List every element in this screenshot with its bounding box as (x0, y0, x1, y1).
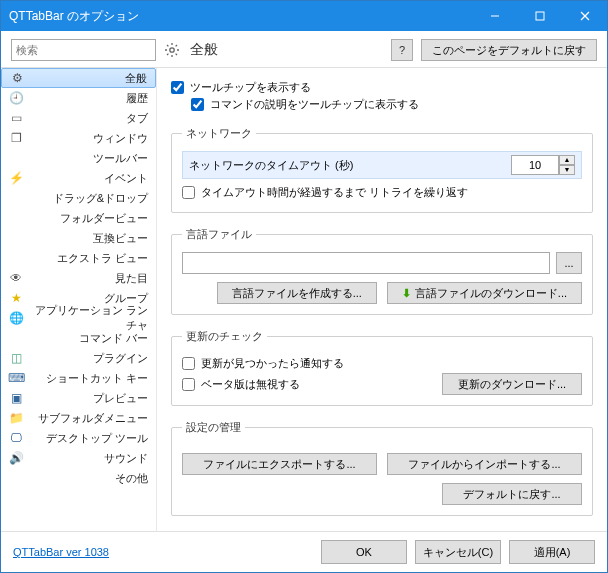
sidebar-item-shortcuts[interactable]: ⌨ショートカット キー (1, 368, 156, 388)
sidebar-item-history[interactable]: 🕘履歴 (1, 88, 156, 108)
langfile-group: 言語ファイル ... 言語ファイルを作成する... ⬇言語ファイルのダウンロード… (171, 227, 593, 315)
apply-button[interactable]: 適用(A) (509, 540, 595, 564)
sidebar-item-preview[interactable]: ▣プレビュー (1, 388, 156, 408)
chk-tooltip-desc-row: コマンドの説明をツールチップに表示する (191, 97, 593, 112)
header-row: 全般 ? このページをデフォルトに戻す (1, 31, 607, 68)
langfile-download-button[interactable]: ⬇言語ファイルのダウンロード... (387, 282, 582, 304)
svg-line-9 (167, 45, 168, 46)
chk-notify-row: 更新が見つかったら通知する (182, 356, 582, 371)
body: ⚙全般 🕘履歴 ▭タブ ❐ウィンドウ ツールバー ⚡イベント ドラッグ&ドロップ… (1, 68, 607, 531)
globe-icon: 🌐 (5, 311, 27, 325)
svg-line-11 (167, 54, 168, 55)
clock-icon: 🕘 (5, 91, 27, 105)
svg-line-12 (176, 45, 177, 46)
version-link[interactable]: QTTabBar ver 1038 (13, 546, 313, 558)
footer: QTTabBar ver 1038 OK キャンセル(C) 適用(A) (1, 531, 607, 572)
content-panel: ツールチップを表示する コマンドの説明をツールチップに表示する ネットワーク ネ… (157, 68, 607, 531)
chk-tooltip-desc-label: コマンドの説明をツールチップに表示する (210, 97, 419, 112)
chk-show-tooltips-label: ツールチップを表示する (190, 80, 311, 95)
sidebar-item-plugins[interactable]: ◫プラグイン (1, 348, 156, 368)
keyboard-icon: ⌨ (5, 371, 27, 385)
sidebar: ⚙全般 🕘履歴 ▭タブ ❐ウィンドウ ツールバー ⚡イベント ドラッグ&ドロップ… (1, 68, 157, 531)
settings-reset-button[interactable]: デフォルトに戻す... (442, 483, 582, 505)
settings-group: 設定の管理 ファイルにエクスポートする... ファイルからインポートする... … (171, 420, 593, 516)
settings-legend: 設定の管理 (182, 420, 245, 435)
chk-notify-updates[interactable] (182, 357, 195, 370)
sidebar-item-tab[interactable]: ▭タブ (1, 108, 156, 128)
window-title: QTTabBar のオプション (9, 8, 472, 25)
updates-group: 更新のチェック 更新が見つかったら通知する ベータ版は無視する 更新のダウンロー… (171, 329, 593, 406)
timeout-spinner: ▲ ▼ (511, 155, 575, 175)
updates-legend: 更新のチェック (182, 329, 267, 344)
settings-export-button[interactable]: ファイルにエクスポートする... (182, 453, 377, 475)
sidebar-item-compatview[interactable]: 互換ビュー (1, 228, 156, 248)
langfile-browse-button[interactable]: ... (556, 252, 582, 274)
help-button[interactable]: ? (391, 39, 413, 61)
folder-icon: 📁 (5, 411, 27, 425)
svg-point-4 (170, 48, 174, 52)
updates-download-button[interactable]: 更新のダウンロード... (442, 373, 582, 395)
cancel-button[interactable]: キャンセル(C) (415, 540, 501, 564)
sidebar-item-toolbar[interactable]: ツールバー (1, 148, 156, 168)
minimize-button[interactable] (472, 1, 517, 31)
spin-up-button[interactable]: ▲ (559, 155, 575, 165)
sidebar-item-events[interactable]: ⚡イベント (1, 168, 156, 188)
star-icon: ★ (5, 291, 27, 305)
window-icon: ❐ (5, 131, 27, 145)
tab-icon: ▭ (5, 111, 27, 125)
langfile-create-button[interactable]: 言語ファイルを作成する... (217, 282, 377, 304)
sidebar-item-desktop[interactable]: 🖵デスクトップ ツール (1, 428, 156, 448)
chk-show-tooltips-row: ツールチップを表示する (171, 80, 593, 95)
timeout-label: ネットワークのタイムアウト (秒) (189, 158, 511, 173)
page-title: 全般 (190, 41, 383, 59)
network-legend: ネットワーク (182, 126, 256, 141)
chk-retry-label: タイムアウト時間が経過するまで リトライを繰り返す (201, 185, 468, 200)
preview-icon: ▣ (5, 391, 27, 405)
langfile-legend: 言語ファイル (182, 227, 256, 242)
network-group: ネットワーク ネットワークのタイムアウト (秒) ▲ ▼ タイムアウト時間が経過… (171, 126, 593, 213)
gear-icon (164, 42, 182, 58)
sidebar-item-general[interactable]: ⚙全般 (1, 68, 156, 88)
sidebar-item-subfolder[interactable]: 📁サブフォルダメニュー (1, 408, 156, 428)
bolt-icon: ⚡ (5, 171, 27, 185)
gear-icon: ⚙ (6, 71, 28, 85)
sidebar-item-window[interactable]: ❐ウィンドウ (1, 128, 156, 148)
maximize-button[interactable] (517, 1, 562, 31)
reset-page-button[interactable]: このページをデフォルトに戻す (421, 39, 597, 61)
chk-retry[interactable] (182, 186, 195, 199)
sidebar-item-appearance[interactable]: 👁見た目 (1, 268, 156, 288)
monitor-icon: 🖵 (5, 431, 27, 445)
sidebar-item-folderview[interactable]: フォルダービュー (1, 208, 156, 228)
search-input[interactable] (11, 39, 156, 61)
sidebar-item-sound[interactable]: 🔊サウンド (1, 448, 156, 468)
timeout-input[interactable] (511, 155, 559, 175)
chk-ignore-beta-label: ベータ版は無視する (201, 377, 300, 392)
chk-ignore-beta-row: ベータ版は無視する (182, 377, 442, 392)
close-button[interactable] (562, 1, 607, 31)
langfile-input[interactable] (182, 252, 550, 274)
chk-notify-label: 更新が見つかったら通知する (201, 356, 344, 371)
sidebar-item-launcher[interactable]: 🌐アプリケーション ランチャ (1, 308, 156, 328)
chk-show-tooltips[interactable] (171, 81, 184, 94)
svg-rect-1 (536, 12, 544, 20)
chk-tooltip-desc[interactable] (191, 98, 204, 111)
sidebar-item-extraview[interactable]: エクストラ ビュー (1, 248, 156, 268)
chk-retry-row: タイムアウト時間が経過するまで リトライを繰り返す (182, 185, 582, 200)
sidebar-item-commandbar[interactable]: コマンド バー (1, 328, 156, 348)
spin-down-button[interactable]: ▼ (559, 165, 575, 175)
chk-ignore-beta[interactable] (182, 378, 195, 391)
timeout-row: ネットワークのタイムアウト (秒) ▲ ▼ (182, 151, 582, 179)
sidebar-item-dragdrop[interactable]: ドラッグ&ドロップ (1, 188, 156, 208)
ok-button[interactable]: OK (321, 540, 407, 564)
sound-icon: 🔊 (5, 451, 27, 465)
plugin-icon: ◫ (5, 351, 27, 365)
svg-line-10 (176, 54, 177, 55)
options-window: QTTabBar のオプション 全般 ? このページをデフォルトに戻す ⚙全般 … (0, 0, 608, 573)
titlebar: QTTabBar のオプション (1, 1, 607, 31)
eye-icon: 👁 (5, 271, 27, 285)
settings-import-button[interactable]: ファイルからインポートする... (387, 453, 582, 475)
sidebar-item-misc[interactable]: その他 (1, 468, 156, 488)
download-arrow-icon: ⬇ (402, 287, 411, 300)
